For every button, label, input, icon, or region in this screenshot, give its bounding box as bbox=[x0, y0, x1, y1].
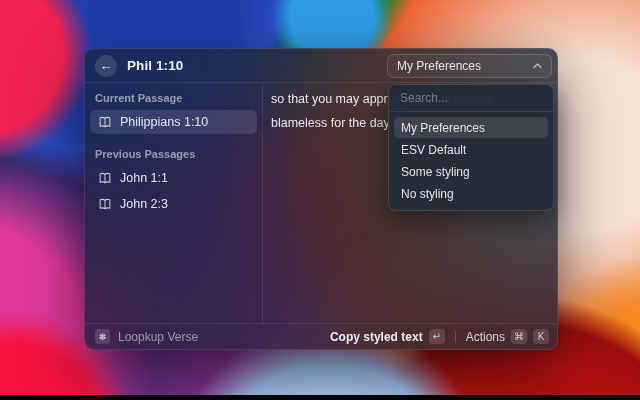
passage-sidebar: Current Passage Philippians 1:10 Previou… bbox=[85, 83, 263, 325]
action-bar: ✽ Loopkup Verse Copy styled text ↵ Actio… bbox=[85, 323, 557, 349]
copy-styled-text-label: Copy styled text bbox=[330, 330, 423, 344]
actions-label: Actions bbox=[466, 330, 505, 344]
sidebar-item-label: Philippians 1:10 bbox=[120, 115, 208, 129]
window-header: ← Phil 1:10 My Preferences bbox=[85, 49, 557, 83]
dropdown-option-esv-default[interactable]: ESV Default bbox=[394, 139, 548, 160]
open-book-icon bbox=[98, 116, 112, 129]
app-window: ← Phil 1:10 My Preferences Current Passa… bbox=[84, 48, 558, 350]
app-icon-chip: ✽ bbox=[95, 329, 110, 344]
style-dropdown-button[interactable]: My Preferences bbox=[387, 54, 552, 78]
sidebar-item-label: John 1:1 bbox=[120, 171, 168, 185]
page-title: Phil 1:10 bbox=[127, 58, 183, 73]
k-keycap: K bbox=[533, 329, 549, 344]
screen-letterbox bbox=[0, 395, 640, 400]
sidebar-item-john-2-3[interactable]: John 2:3 bbox=[90, 192, 257, 216]
sidebar-item-john-1-1[interactable]: John 1:1 bbox=[90, 166, 257, 190]
section-label: Current Passage bbox=[90, 90, 257, 110]
style-dropdown-value: My Preferences bbox=[397, 59, 481, 73]
chevron-up-icon bbox=[533, 63, 542, 69]
dropdown-option-label: Some styling bbox=[401, 165, 470, 179]
dropdown-option-no-styling[interactable]: No styling bbox=[394, 183, 548, 204]
current-passage-section: Current Passage Philippians 1:10 bbox=[90, 90, 257, 134]
dropdown-option-some-styling[interactable]: Some styling bbox=[394, 161, 548, 182]
sidebar-item-label: John 2:3 bbox=[120, 197, 168, 211]
dropdown-option-label: ESV Default bbox=[401, 143, 466, 157]
command-keycap: ⌘ bbox=[511, 329, 527, 344]
back-button[interactable]: ← bbox=[95, 55, 117, 77]
previous-passages-section: Previous Passages John 1:1 bbox=[90, 142, 257, 216]
dropdown-option-label: My Preferences bbox=[401, 121, 485, 135]
return-keycap: ↵ bbox=[429, 329, 445, 344]
footer-divider bbox=[455, 331, 456, 343]
sidebar-item-philippians-1-10[interactable]: Philippians 1:10 bbox=[90, 110, 257, 134]
open-book-icon bbox=[98, 172, 112, 185]
open-book-icon bbox=[98, 198, 112, 211]
style-dropdown-panel: My Preferences ESV Default Some styling … bbox=[388, 84, 554, 211]
dropdown-option-label: No styling bbox=[401, 187, 454, 201]
footer-actions: Copy styled text ↵ Actions ⌘ K bbox=[330, 329, 549, 344]
section-label: Previous Passages bbox=[90, 142, 257, 166]
dropdown-options-list: My Preferences ESV Default Some styling … bbox=[389, 112, 553, 210]
dropdown-search-input[interactable] bbox=[389, 85, 553, 111]
actions-menu-button[interactable]: Actions ⌘ K bbox=[466, 329, 549, 344]
dropdown-option-my-preferences[interactable]: My Preferences bbox=[394, 117, 548, 138]
arrow-left-icon: ← bbox=[100, 58, 113, 73]
flower-icon: ✽ bbox=[99, 332, 107, 342]
copy-styled-text-button[interactable]: Copy styled text ↵ bbox=[330, 329, 445, 344]
app-name: Loopkup Verse bbox=[118, 330, 198, 344]
